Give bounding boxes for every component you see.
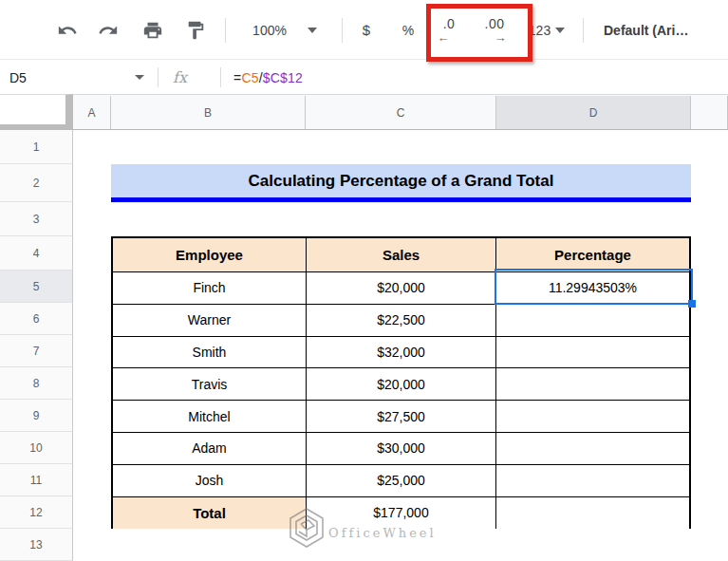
row-header-12[interactable]: 12 xyxy=(0,496,73,529)
row-header-3[interactable]: 3 xyxy=(0,202,73,236)
formula-token: C5 xyxy=(241,70,258,85)
formula-bar: D5 fx =C5/$C$12 xyxy=(0,61,728,94)
redo-button[interactable] xyxy=(94,0,122,60)
cell-B9[interactable]: Mitchel xyxy=(113,401,307,433)
column-header-D[interactable]: D xyxy=(496,96,691,129)
cell-D11[interactable] xyxy=(496,465,689,497)
cell-B11[interactable]: Josh xyxy=(113,465,307,497)
chevron-down-icon xyxy=(555,28,565,33)
more-formats-button[interactable]: 123 xyxy=(522,0,571,60)
cell-D10[interactable] xyxy=(496,433,689,465)
cell-D4[interactable]: Percentage xyxy=(496,238,689,272)
print-button[interactable] xyxy=(139,0,167,60)
formula-token: $C$12 xyxy=(263,70,303,85)
cell-C12[interactable]: $177,000 xyxy=(307,497,496,530)
row-header-9[interactable]: 9 xyxy=(0,400,73,432)
row-header-6[interactable]: 6 xyxy=(0,303,73,335)
increase-decimal-button[interactable]: .00 → xyxy=(476,0,513,60)
toolbar: 100% $ % .0 ← .00 → 123 Default (Ari… xyxy=(0,0,728,60)
cell-D7[interactable] xyxy=(496,337,689,369)
cell-B10[interactable]: Adam xyxy=(113,433,307,465)
toolbar-divider xyxy=(225,18,226,43)
fill-handle[interactable] xyxy=(688,300,696,308)
paint-format-icon xyxy=(185,20,206,41)
arrow-left-icon: ← xyxy=(438,31,450,44)
column-header-B[interactable]: B xyxy=(111,96,306,129)
paint-format-button[interactable] xyxy=(181,0,210,60)
cell-C11[interactable]: $25,000 xyxy=(307,465,496,497)
zoom-select[interactable]: 100% xyxy=(237,0,332,60)
toolbar-divider xyxy=(583,18,584,43)
toolbar-divider xyxy=(342,18,343,43)
cell-B5[interactable]: Finch xyxy=(113,272,307,305)
formula-token: = xyxy=(233,70,241,85)
print-icon xyxy=(142,20,163,41)
cell-C7[interactable]: $32,000 xyxy=(307,337,496,369)
cell-C8[interactable]: $20,000 xyxy=(307,368,496,401)
formula-bar-divider xyxy=(158,67,159,87)
fx-icon: fx xyxy=(173,61,187,94)
cell-D6[interactable] xyxy=(496,305,689,337)
chevron-down-icon xyxy=(135,75,144,80)
cell-C4[interactable]: Sales xyxy=(307,238,496,272)
increase-decimal-label: .00 xyxy=(485,17,505,30)
column-header-C[interactable]: C xyxy=(306,96,496,129)
select-all-corner[interactable] xyxy=(0,94,73,130)
more-formats-label: 123 xyxy=(529,23,551,38)
redo-icon xyxy=(98,20,119,41)
arrow-right-icon: → xyxy=(495,31,507,44)
spreadsheet-app: 100% $ % .0 ← .00 → 123 Default (Ari… D5… xyxy=(0,0,728,561)
format-percent-button[interactable]: % xyxy=(394,0,422,60)
column-headers: ABCD xyxy=(0,94,728,130)
cell-B7[interactable]: Smith xyxy=(113,337,307,369)
cell-D9[interactable] xyxy=(496,401,689,433)
row-header-8[interactable]: 8 xyxy=(0,367,73,400)
column-header-A[interactable]: A xyxy=(73,96,111,129)
cell-C9[interactable]: $27,500 xyxy=(307,401,496,433)
cell-B12[interactable]: Total xyxy=(113,497,307,530)
cell-B6[interactable]: Warner xyxy=(113,305,307,337)
row-header-7[interactable]: 7 xyxy=(0,335,73,367)
decrease-decimal-label: .0 xyxy=(443,17,456,30)
cell-B4[interactable]: Employee xyxy=(113,238,307,272)
chevron-down-icon xyxy=(308,28,317,33)
cell-C10[interactable]: $30,000 xyxy=(307,433,496,465)
row-header-5[interactable]: 5 xyxy=(0,271,73,303)
format-currency-button[interactable]: $ xyxy=(353,0,380,60)
decrease-decimal-button[interactable]: .0 ← xyxy=(432,0,466,60)
data-table: EmployeeSalesPercentageFinch$20,00011.29… xyxy=(111,236,691,529)
row-header-1[interactable]: 1 xyxy=(0,130,73,164)
formula-bar-divider xyxy=(220,67,221,87)
sheet-title-cell[interactable]: Calculating Percentage of a Grand Total xyxy=(111,164,691,202)
cell-B8[interactable]: Travis xyxy=(113,368,307,401)
cell-D5[interactable]: 11.29943503% xyxy=(496,272,689,305)
cell-C5[interactable]: $20,000 xyxy=(307,272,496,305)
name-box[interactable]: D5 xyxy=(9,61,27,94)
cell-D8[interactable] xyxy=(496,368,689,401)
row-header-2[interactable]: 2 xyxy=(0,164,73,202)
row-header-4[interactable]: 4 xyxy=(0,236,73,271)
cell-C6[interactable]: $22,500 xyxy=(307,305,496,337)
name-box-dropdown[interactable] xyxy=(135,61,144,94)
formula-input[interactable]: =C5/$C$12 xyxy=(233,61,303,94)
row-header-13[interactable]: 13 xyxy=(0,529,73,561)
row-header-11[interactable]: 11 xyxy=(0,464,73,496)
cell-D12[interactable] xyxy=(496,497,689,530)
undo-button[interactable] xyxy=(53,0,82,60)
font-select[interactable]: Default (Ari… xyxy=(604,0,728,60)
column-header-stub[interactable] xyxy=(691,96,728,129)
undo-icon xyxy=(57,20,78,41)
row-header-10[interactable]: 10 xyxy=(0,432,73,464)
zoom-value: 100% xyxy=(252,23,287,38)
